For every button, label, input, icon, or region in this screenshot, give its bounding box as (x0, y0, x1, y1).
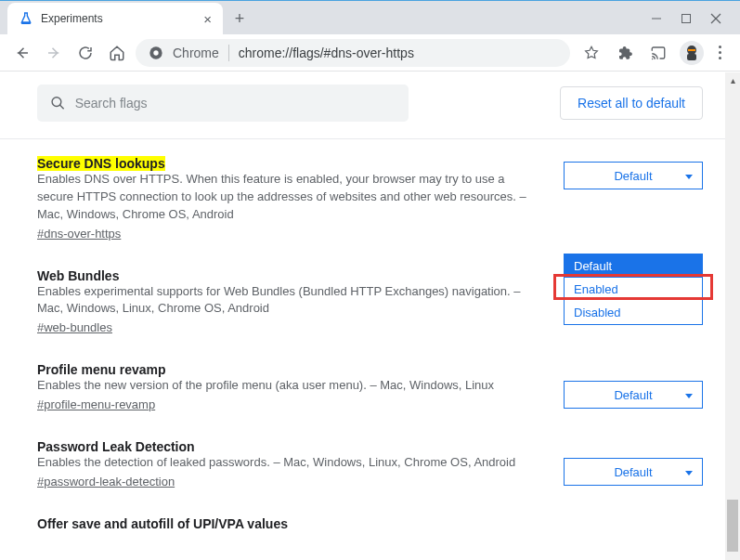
flag-profile-menu: Profile menu revamp Enables the new vers… (37, 362, 703, 411)
scroll-up-button[interactable]: ▴ (725, 72, 740, 87)
flag-description: Enables experimental supports for Web Bu… (37, 283, 529, 319)
cast-icon[interactable] (646, 41, 670, 65)
flag-password-leak: Password Leak Detection Enables the dete… (37, 439, 703, 488)
svg-point-5 (153, 50, 158, 55)
svg-rect-10 (688, 49, 695, 51)
forward-button[interactable] (41, 40, 67, 66)
browser-tab[interactable]: Experiments × (7, 3, 223, 34)
flag-secure-dns: Secure DNS lookups Enables DNS over HTTP… (37, 156, 703, 241)
tab-title: Experiments (41, 12, 196, 25)
dropdown-option-disabled[interactable]: Disabled (565, 301, 702, 324)
close-tab-icon[interactable]: × (203, 12, 212, 26)
omnibox-url: chrome://flags/#dns-over-https (239, 46, 414, 60)
reload-button[interactable] (72, 40, 98, 66)
flag-hash-link[interactable]: #profile-menu-revamp (37, 397, 155, 411)
dropdown-option-enabled[interactable]: Enabled (565, 278, 702, 301)
close-window-button[interactable] (710, 13, 721, 27)
flag-title: Secure DNS lookups (37, 156, 165, 171)
flag-description: Enables DNS over HTTPS. When this featur… (37, 171, 529, 224)
window-controls (651, 13, 733, 34)
flag-select[interactable]: Default (564, 162, 703, 189)
bookmark-star-icon[interactable] (579, 41, 604, 65)
svg-rect-9 (687, 54, 696, 60)
profile-avatar[interactable] (680, 41, 704, 65)
extensions-icon[interactable] (613, 41, 637, 65)
flag-select[interactable]: Default (564, 458, 703, 486)
svg-line-12 (59, 105, 63, 109)
new-tab-button[interactable]: + (227, 6, 253, 32)
maximize-button[interactable] (681, 13, 692, 27)
flag-hash-link[interactable]: #web-bundles (37, 320, 112, 334)
window-titlebar: Experiments × + (0, 1, 740, 34)
back-button[interactable] (9, 40, 35, 66)
flag-hash-link[interactable]: #dns-over-https (37, 227, 121, 241)
home-button[interactable] (104, 40, 130, 66)
flag-description: Enables the detection of leaked password… (37, 454, 529, 472)
chrome-icon (149, 46, 163, 60)
flags-list: Secure DNS lookups Enables DNS over HTTP… (0, 139, 740, 531)
svg-rect-1 (682, 15, 691, 23)
omnibox-divider (228, 45, 229, 61)
flag-description: Enables the new version of the profile m… (37, 377, 529, 395)
minimize-button[interactable] (651, 13, 662, 27)
address-bar[interactable]: Chrome chrome://flags/#dns-over-https (136, 39, 570, 67)
vertical-scrollbar[interactable]: ▴ (725, 72, 740, 560)
svg-point-6 (652, 58, 654, 59)
search-icon (50, 95, 66, 111)
flag-select-dropdown: Default Enabled Disabled (564, 254, 703, 325)
reset-all-button[interactable]: Reset all to default (560, 86, 703, 120)
browser-toolbar: Chrome chrome://flags/#dns-over-https (0, 34, 740, 72)
page-content: Reset all to default Secure DNS lookups … (0, 72, 740, 560)
menu-button[interactable] (713, 46, 727, 59)
flag-title: Offer save and autofill of UPI/VPA value… (37, 516, 288, 531)
svg-point-11 (52, 98, 61, 107)
flask-icon (19, 11, 33, 26)
flag-upi-vpa: Offer save and autofill of UPI/VPA value… (37, 516, 703, 531)
dropdown-option-default[interactable]: Default (565, 254, 702, 278)
search-flags-box[interactable] (37, 85, 409, 122)
flag-title: Profile menu revamp (37, 362, 166, 377)
search-input[interactable] (75, 96, 396, 111)
flag-select[interactable]: Default (564, 381, 703, 409)
flag-hash-link[interactable]: #password-leak-detection (37, 475, 175, 488)
omnibox-label: Chrome (173, 46, 219, 60)
flag-title: Web Bundles (37, 268, 119, 283)
flags-header: Reset all to default (0, 72, 740, 139)
scroll-thumb[interactable] (727, 500, 738, 552)
flag-title: Password Leak Detection (37, 439, 195, 454)
